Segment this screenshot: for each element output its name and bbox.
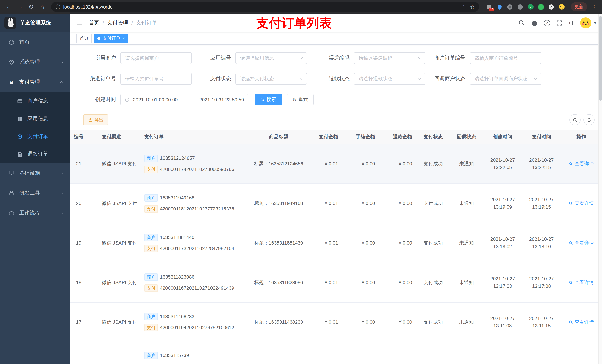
create-time-cell: 2021-10-2713:18:02 (483, 223, 522, 263)
export-button[interactable]: 导出 (83, 114, 108, 125)
sidebar-item-system[interactable]: 系统管理 (0, 52, 70, 72)
search-icon[interactable] (518, 20, 525, 26)
table-row: 21 微信 JSAPI 支付 商户1635312124657 支付4200001… (70, 144, 602, 184)
small-t-glyph: T (569, 21, 571, 25)
pay-status-cell: 支付成功 (417, 263, 450, 302)
toggle-search-button[interactable] (570, 114, 580, 125)
home-icon[interactable]: ⌂ (37, 2, 47, 12)
user-avatar-dropdown[interactable]: ▾ (580, 17, 596, 29)
extension-icon-4[interactable] (517, 3, 524, 10)
sidebar-item-workflow[interactable]: 工作流程 (0, 203, 70, 223)
view-detail-link[interactable]: 查看详情 (569, 239, 594, 246)
magnifier-icon (569, 241, 573, 245)
extension-icon-6[interactable] (538, 3, 544, 10)
pay-status-select[interactable]: 请选择支付状态 (236, 73, 307, 85)
header-pay-time: 支付时间 (522, 130, 561, 144)
browser-window: ← → ↻ ⌂ ⓘ localhost:1024/pay/order ⇧ ☆ 1… (0, 0, 602, 364)
sidebar-item-app-info[interactable]: 应用信息 (0, 110, 70, 128)
address-bar[interactable]: ⓘ localhost:1024/pay/order ⇧ ☆ (51, 2, 479, 12)
app-logo[interactable]: 芋道管理系统 (0, 14, 70, 32)
pay-status-cell: 支付成功 (417, 223, 450, 263)
action-cell: 查看详情 (561, 184, 602, 223)
logo-image (4, 17, 16, 29)
extension-icon-5[interactable]: V (527, 3, 534, 10)
channel-order-no: 4200001174202110278060590766 (160, 165, 234, 174)
app-select[interactable]: 请选择应用信息 (236, 52, 307, 64)
filter-notify-status: 回调商户状态 请选择订单回调商户状态 (425, 73, 541, 85)
channel-code-select[interactable]: 请输入渠道编码 (354, 52, 425, 64)
back-icon[interactable]: ← (4, 2, 14, 12)
sidebar-item-dev-tools[interactable]: 研发工具 (0, 183, 70, 203)
product-title-cell: 标题：1635311823086 (246, 263, 311, 302)
magnifier-icon (569, 201, 573, 206)
close-icon[interactable]: × (123, 36, 125, 41)
browser-update-button[interactable]: 更新 (571, 2, 587, 11)
tab-home[interactable]: 首页 (76, 33, 92, 43)
header-status: 支付状态 (417, 130, 450, 144)
bookmark-star-icon[interactable]: ☆ (470, 4, 475, 10)
extensions-pin-icon[interactable] (548, 3, 555, 10)
browser-menu-icon[interactable]: ⋮ (590, 3, 598, 10)
header-refund: 退款金额 (379, 130, 417, 144)
header-notify: 回调状态 (450, 130, 483, 144)
view-detail-link[interactable]: 查看详情 (569, 200, 594, 207)
url-text[interactable]: localhost:1024/pay/order (63, 4, 114, 10)
help-icon[interactable]: ? (544, 20, 550, 26)
sidebar-item-payment[interactable]: ¥ 支付管理 (0, 72, 70, 92)
reset-button[interactable]: ↻ 重置 (287, 94, 314, 105)
view-detail-link[interactable]: 查看详情 (569, 319, 594, 325)
view-detail-link[interactable]: 查看详情 (569, 160, 594, 167)
date-start-value: 2021-10-01 00:00:00 (133, 97, 178, 102)
action-cell: 查看详情 (561, 263, 602, 302)
sidebar-item-home[interactable]: 首页 (0, 32, 70, 52)
merchant-order-no-label: 商户订单编号 (425, 55, 470, 62)
merchant-order-no: 1635311823086 (160, 272, 194, 281)
pay-date: 2021-10-27 (526, 196, 557, 203)
share-icon[interactable]: ⇧ (461, 4, 465, 10)
github-icon[interactable] (531, 20, 538, 26)
merchant-input[interactable] (120, 52, 192, 64)
sidebar-item-merchant-info[interactable]: 商户信息 (0, 92, 70, 110)
refund-status-select[interactable]: 请选择退款状态 (354, 73, 425, 85)
chevron-up-icon (60, 81, 64, 85)
create-time-range-picker[interactable]: 2021-10-01 00:00:00 - 2021-10-31 23:59:5… (120, 94, 248, 105)
extension-icon-2[interactable] (496, 3, 503, 10)
extension-icon-3[interactable] (506, 3, 513, 10)
font-size-icon[interactable]: TT (569, 20, 574, 26)
product-title-cell: 标题：1635312124656 (246, 144, 311, 184)
view-detail-link[interactable]: 查看详情 (569, 279, 594, 286)
sidebar-item-pay-order[interactable]: 支付订单 (0, 128, 70, 145)
forward-icon[interactable]: → (15, 2, 25, 12)
sidebar-item-refund-order[interactable]: 退款订单 (0, 145, 70, 163)
sidebar-item-infrastructure[interactable]: 基础设施 (0, 163, 70, 183)
tab-pay-order[interactable]: 支付订单× (94, 33, 129, 43)
hamburger-icon[interactable] (76, 20, 83, 26)
tags-view: 首页 支付订单× (70, 32, 602, 45)
page-scrollbar[interactable] (598, 14, 602, 364)
notify-status-cell: 未通知 (450, 302, 483, 342)
empty-cell (311, 342, 343, 360)
notify-status-select[interactable]: 请选择订单回调商户状态 (470, 73, 541, 85)
profile-avatar-icon[interactable] (558, 3, 565, 10)
navbar-actions: ? TT ▾ (518, 17, 596, 29)
merchant-order-no: 16353115739 (160, 351, 189, 360)
pay-amount-cell: ¥ 0.01 (311, 263, 343, 302)
sidebar-item-label: 首页 (19, 39, 30, 45)
pay-date: 2021-10-27 (526, 235, 557, 243)
breadcrumb-home[interactable]: 首页 (89, 20, 99, 26)
pay-tag: 支付 (144, 205, 158, 213)
merchant-order-no-input[interactable] (470, 52, 541, 64)
site-info-icon[interactable]: ⓘ (55, 3, 60, 10)
create-date: 2021-10-27 (487, 235, 518, 243)
extensions-area: 10 V (486, 3, 565, 10)
scrollbar-thumb[interactable] (599, 16, 602, 101)
search-button[interactable]: 搜索 (255, 94, 282, 105)
channel-order-no-input[interactable] (120, 73, 192, 85)
fullscreen-icon[interactable] (556, 20, 563, 26)
extension-icon-1[interactable]: 10 (486, 3, 492, 10)
refresh-table-button[interactable] (583, 114, 595, 125)
fee-amount-cell: ¥ 0.00 (343, 263, 379, 302)
reload-icon[interactable]: ↻ (26, 2, 36, 12)
create-date: 2021-10-27 (487, 275, 518, 282)
yen-icon: ¥ (7, 79, 16, 85)
